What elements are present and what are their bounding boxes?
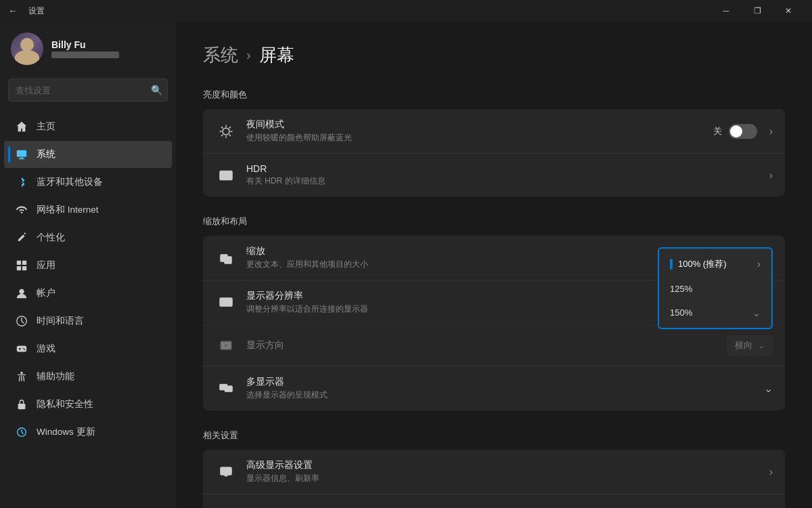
- svg-point-10: [23, 348, 24, 350]
- advanced-display-icon: [215, 461, 237, 483]
- svg-rect-26: [225, 385, 232, 391]
- search-icon: 🔍: [151, 85, 162, 96]
- personalization-icon: [15, 231, 28, 245]
- titlebar: ← 设置 ─ ❐ ✕: [0, 0, 812, 22]
- sidebar-item-bluetooth[interactable]: 蓝牙和其他设备: [4, 169, 172, 196]
- sidebar-item-gaming-label: 游戏: [37, 343, 55, 355]
- orientation-row: 显示方向 横向 ⌄: [203, 324, 785, 366]
- page-header: 系统 › 屏幕: [203, 43, 785, 67]
- restore-button[interactable]: ❐: [742, 0, 773, 22]
- svg-text:HDR: HDR: [221, 173, 231, 178]
- sidebar-item-apps[interactable]: 应用: [4, 252, 172, 279]
- svg-rect-4: [22, 261, 26, 265]
- hdr-subtitle: 有关 HDR 的详细信息: [246, 175, 764, 187]
- window-controls: ─ ❐ ✕: [710, 0, 804, 22]
- orientation-value: 横向: [735, 339, 752, 352]
- svg-rect-5: [17, 266, 21, 270]
- night-mode-icon: [215, 121, 237, 142]
- sidebar-item-personalization[interactable]: 个性化: [4, 224, 172, 251]
- back-button[interactable]: ←: [8, 5, 18, 16]
- orientation-icon: [215, 335, 237, 356]
- multi-display-title: 多显示器: [246, 376, 764, 388]
- sidebar-item-accessibility[interactable]: 辅助功能: [4, 363, 172, 390]
- hdr-row[interactable]: HDR HDR 有关 HDR 的详细信息 ›: [203, 153, 785, 196]
- related-card: 高级显示器设置 显示器信息、刷新率 › 显示卡: [203, 450, 785, 508]
- scale-section-title: 缩放和布局: [203, 215, 785, 228]
- svg-rect-9: [17, 346, 26, 352]
- privacy-icon: [15, 398, 28, 411]
- sidebar-item-time[interactable]: 时间和语言: [4, 308, 172, 335]
- scale-section: 缩放和布局 缩放 更改文本、应用和其他项目的大小: [203, 215, 785, 410]
- multi-display-icon: [215, 378, 237, 400]
- brightness-section-title: 亮度和颜色: [203, 89, 785, 101]
- svg-rect-1: [20, 158, 23, 159]
- sidebar-item-system-label: 系统: [37, 148, 55, 161]
- hdr-chevron: ›: [769, 169, 773, 182]
- sidebar-item-privacy-label: 隐私和安全性: [37, 398, 93, 410]
- sidebar-item-system[interactable]: 系统: [4, 141, 172, 168]
- svg-point-7: [19, 289, 24, 294]
- multi-display-row[interactable]: 多显示器 选择显示器的呈现模式 ⌄: [203, 366, 785, 410]
- breadcrumb-arrow: ›: [246, 47, 251, 63]
- advanced-display-row[interactable]: 高级显示器设置 显示器信息、刷新率 ›: [203, 450, 785, 494]
- scale-card: 缩放 更改文本、应用和其他项目的大小 100% (推荐) ›: [203, 236, 785, 410]
- main-content: 系统 › 屏幕 亮度和颜色 夜间模式 使用较暖的颜色帮助屏蔽蓝光 关: [176, 22, 812, 508]
- sidebar-item-home-label: 主页: [37, 121, 55, 133]
- brightness-section: 亮度和颜色 夜间模式 使用较暖的颜色帮助屏蔽蓝光 关 ›: [203, 89, 785, 196]
- bluetooth-icon: [15, 175, 28, 189]
- scale-row[interactable]: 缩放 更改文本、应用和其他项目的大小 100% (推荐) ›: [203, 236, 785, 280]
- advanced-display-chevron: ›: [769, 466, 773, 478]
- hdr-text: HDR 有关 HDR 的详细信息: [246, 163, 764, 187]
- scale-option-150[interactable]: 150% ⌄: [659, 301, 771, 325]
- windows-update-icon: [15, 425, 28, 439]
- user-info: Billy Fu: [51, 39, 119, 58]
- sidebar-item-privacy[interactable]: 隐私和安全性: [4, 391, 172, 418]
- breadcrumb-current: 屏幕: [259, 43, 294, 67]
- avatar: [11, 33, 43, 65]
- sidebar-item-accounts[interactable]: 帐户: [4, 280, 172, 307]
- time-icon: [15, 314, 28, 328]
- minimize-button[interactable]: ─: [710, 0, 742, 22]
- multi-display-expand[interactable]: ⌄: [764, 382, 773, 395]
- related-section-title: 相关设置: [203, 429, 785, 442]
- orientation-dropdown[interactable]: 横向 ⌄: [727, 335, 773, 356]
- home-icon: [15, 120, 28, 133]
- search-input[interactable]: [8, 79, 168, 102]
- night-mode-toggle[interactable]: [729, 124, 757, 139]
- orientation-text: 显示方向: [246, 339, 727, 352]
- accessibility-icon: [15, 370, 28, 383]
- sidebar-item-home[interactable]: 主页: [4, 113, 172, 140]
- svg-rect-19: [225, 257, 231, 263]
- hdr-title: HDR: [246, 163, 764, 174]
- night-mode-text: 夜间模式 使用较暖的颜色帮助屏蔽蓝光: [246, 119, 713, 144]
- advanced-display-text: 高级显示器设置 显示器信息、刷新率: [246, 459, 764, 484]
- sidebar-item-time-label: 时间和语言: [37, 315, 84, 327]
- orientation-down-arrow: ⌄: [758, 341, 765, 350]
- titlebar-title: 设置: [28, 5, 45, 17]
- sidebar-item-network[interactable]: 网络和 Internet: [4, 196, 172, 224]
- sidebar-item-gaming[interactable]: 游戏: [4, 335, 172, 362]
- nav-items: 主页 系统 蓝牙和其他设备 网络和 Internet 个性化: [0, 110, 176, 508]
- night-mode-title: 夜间模式: [246, 119, 713, 131]
- sidebar: Billy Fu 🔍 主页 系统 蓝牙和其他设备: [0, 22, 176, 508]
- sidebar-item-bluetooth-label: 蓝牙和其他设备: [37, 176, 103, 188]
- accounts-icon: [15, 287, 28, 300]
- multi-display-text: 多显示器 选择显示器的呈现模式: [246, 376, 764, 401]
- scale-dropdown[interactable]: 100% (推荐) › 125% 150%: [658, 247, 773, 329]
- night-mode-chevron: ›: [769, 125, 773, 137]
- search-box: 🔍: [8, 79, 168, 102]
- scale-option-125[interactable]: 125%: [659, 277, 771, 301]
- night-mode-row[interactable]: 夜间模式 使用较暖的颜色帮助屏蔽蓝光 关 ›: [203, 109, 785, 153]
- scale-option-100[interactable]: 100% (推荐) ›: [659, 251, 771, 277]
- orientation-title: 显示方向: [246, 339, 727, 352]
- close-button[interactable]: ✕: [773, 0, 804, 22]
- sidebar-item-windows-update[interactable]: Windows 更新: [4, 419, 172, 446]
- sidebar-item-network-label: 网络和 Internet: [37, 204, 99, 216]
- user-profile: Billy Fu: [0, 22, 176, 73]
- user-email: [51, 51, 119, 58]
- sidebar-item-accessibility-label: 辅助功能: [37, 371, 74, 383]
- graphics-row[interactable]: 显示卡 ›: [203, 494, 785, 508]
- scale-100-chevron: ›: [757, 258, 761, 270]
- system-icon: [15, 148, 28, 161]
- advanced-display-title: 高级显示器设置: [246, 459, 764, 471]
